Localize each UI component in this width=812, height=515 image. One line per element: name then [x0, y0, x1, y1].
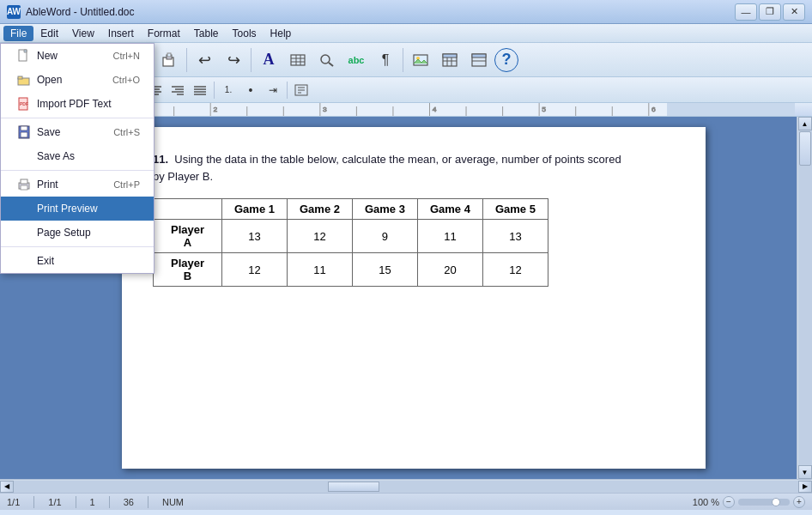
table-header-row: Game 1 Game 2 Game 3 Game 4 Game 5	[154, 199, 548, 220]
zoom-out-button[interactable]: −	[723, 496, 735, 508]
svg-rect-16	[167, 53, 171, 57]
svg-text:4: 4	[433, 106, 437, 113]
save-shortcut: Ctrl+S	[113, 127, 140, 137]
status-bar: 1/1 1/1 1 36 NUM 100 % − +	[0, 493, 812, 510]
redo-button[interactable]: ↪	[220, 46, 247, 74]
indent-button[interactable]: ⇥	[263, 81, 283, 100]
scroll-track[interactable]	[798, 130, 812, 465]
svg-rect-27	[443, 54, 457, 58]
sep-2	[1, 170, 154, 171]
question-paragraph: 11. Using the data in the table below, c…	[153, 151, 675, 185]
save-icon	[15, 124, 33, 140]
find-button[interactable]	[313, 46, 341, 74]
table-row-player-a: Player A 13 12 9 11 13	[154, 220, 548, 253]
svg-rect-32	[472, 54, 486, 58]
scroll-up-button[interactable]: ▲	[798, 117, 812, 130]
file-menu-dropdown: New Ctrl+N Open Ctrl+O PDF Import PDF Te…	[0, 43, 155, 274]
col-header-game1: Game 1	[222, 199, 288, 220]
menu-help[interactable]: Help	[264, 26, 299, 41]
menu-print-preview[interactable]: Print Preview	[1, 197, 154, 221]
player-b-g4: 20	[417, 253, 482, 287]
menu-view[interactable]: View	[65, 26, 101, 41]
zoom-slider[interactable]	[738, 499, 790, 506]
menu-insert[interactable]: Insert	[101, 26, 141, 41]
spellcheck-button[interactable]: abc	[342, 46, 370, 74]
menu-import-pdf[interactable]: PDF Import PDF Text	[1, 92, 154, 116]
print-label: Print	[37, 179, 58, 191]
open-shortcut: Ctrl+O	[112, 75, 140, 85]
menu-file[interactable]: File	[3, 26, 33, 41]
pilcrow-button[interactable]: ¶	[372, 46, 399, 74]
restore-button[interactable]: ❐	[759, 3, 781, 21]
scroll-left-button[interactable]: ◀	[0, 481, 14, 493]
scroll-thumb[interactable]	[799, 131, 811, 166]
status-sep-4	[148, 496, 148, 508]
data-table: Game 1 Game 2 Game 3 Game 4 Game 5 Playe…	[153, 198, 548, 287]
menu-print[interactable]: Print Ctrl+P	[1, 173, 154, 197]
zoom-in-button[interactable]: +	[793, 496, 805, 508]
menu-save-as[interactable]: Save As	[1, 144, 154, 168]
print-icon	[15, 177, 33, 192]
table-button[interactable]	[436, 46, 464, 74]
svg-text:3: 3	[323, 106, 327, 113]
line-info: 1	[90, 497, 95, 507]
save-as-icon	[15, 148, 33, 164]
print-preview-label: Print Preview	[37, 203, 98, 215]
toolbar-sep-4	[403, 48, 403, 72]
scroll-right-button[interactable]: ▶	[798, 481, 812, 493]
col-header-game2: Game 2	[287, 199, 352, 220]
menu-exit[interactable]: Exit	[1, 249, 154, 273]
help-button[interactable]: ?	[494, 48, 518, 72]
svg-rect-94	[21, 179, 27, 184]
col-header-game4: Game 4	[417, 199, 482, 220]
zoom-controls: 100 % − +	[693, 496, 805, 508]
menu-table[interactable]: Table	[187, 26, 226, 41]
player-b-g5: 12	[482, 253, 548, 287]
hscroll-track[interactable]	[14, 481, 798, 493]
open-label: Open	[37, 74, 62, 86]
title-bar: AW AbleWord - Untitled.doc — ❐ ✕	[0, 0, 812, 24]
menu-new[interactable]: New Ctrl+N	[1, 44, 154, 68]
close-button[interactable]: ✕	[783, 3, 805, 21]
svg-rect-92	[21, 132, 27, 137]
table-row-player-b: Player B 12 11 15 20 12	[154, 253, 548, 287]
player-a-g4: 11	[417, 220, 482, 253]
menu-save[interactable]: Save Ctrl+S	[1, 120, 154, 144]
format-sep-3	[287, 82, 288, 99]
hscroll-thumb[interactable]	[328, 482, 379, 492]
menu-tools[interactable]: Tools	[226, 26, 264, 41]
svg-rect-24	[414, 55, 427, 65]
menu-bar: File Edit View Insert Format Table Tools…	[0, 24, 812, 43]
align-justify-button[interactable]	[190, 81, 210, 100]
menu-page-setup[interactable]: Page Setup	[1, 221, 154, 245]
scroll-down-button[interactable]: ▼	[798, 465, 812, 479]
minimize-button[interactable]: —	[735, 3, 757, 21]
insert-table-button[interactable]	[284, 46, 312, 74]
ordered-list-button[interactable]: 1.	[218, 81, 239, 100]
paste-button[interactable]	[155, 46, 183, 74]
zoom-slider-thumb[interactable]	[772, 498, 780, 506]
col-info: 36	[124, 497, 134, 507]
menu-format[interactable]: Format	[141, 26, 187, 41]
vertical-scrollbar[interactable]: ▲ ▼	[797, 117, 812, 479]
toolbar-sep-2	[186, 48, 187, 72]
zoom-value: 100 %	[693, 497, 719, 507]
insert-image-button[interactable]	[407, 46, 434, 74]
align-right-button[interactable]	[167, 81, 188, 100]
font-button[interactable]: A	[255, 46, 282, 74]
exit-label: Exit	[37, 255, 54, 267]
special-button[interactable]	[291, 81, 312, 100]
svg-rect-83	[667, 103, 795, 117]
app-icon: AW	[7, 5, 21, 19]
undo-button[interactable]: ↩	[191, 46, 218, 74]
menu-open[interactable]: Open Ctrl+O	[1, 68, 154, 92]
exit-icon	[15, 253, 33, 269]
menu-edit[interactable]: Edit	[33, 26, 65, 41]
import-pdf-label: Import PDF Text	[37, 98, 111, 110]
horizontal-scrollbar[interactable]: ◀ ▶	[0, 479, 812, 493]
unordered-list-button[interactable]: •	[240, 81, 261, 100]
player-a-g3: 9	[352, 220, 417, 253]
table-options-button[interactable]	[465, 46, 493, 74]
status-sep-1	[33, 496, 34, 508]
page-info: 1/1	[7, 497, 20, 507]
